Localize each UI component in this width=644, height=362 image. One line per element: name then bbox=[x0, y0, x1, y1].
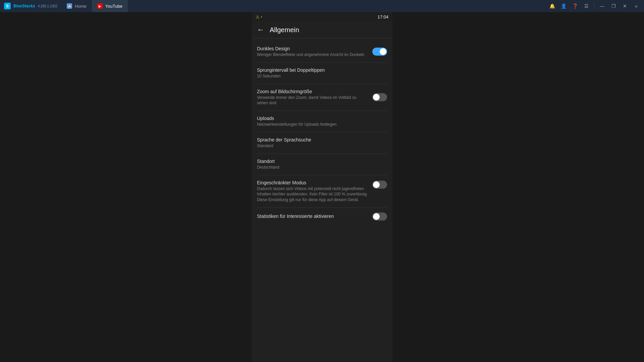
voice-search-lang-label: Sprache der Sprachsuche bbox=[257, 137, 387, 142]
location-text: Standort Deutschland bbox=[257, 159, 387, 170]
bluestacks-name: BlueStacks bbox=[13, 4, 35, 8]
jump-interval-label: Sprungintervall bei Doppeltippen bbox=[257, 67, 387, 73]
bluestacks-icon: B bbox=[4, 3, 11, 9]
titlebar-controls: 🔔 👤 ❓ ☰ — ❐ ✕ » bbox=[547, 2, 644, 10]
settings-header: ← Allgemein bbox=[252, 21, 392, 39]
jump-interval-text: Sprungintervall bei Doppeltippen 10 Seku… bbox=[257, 67, 387, 79]
uploads-item[interactable]: Uploads Netzwerkeinstellungen für Upload… bbox=[252, 111, 392, 132]
back-button[interactable]: ← bbox=[257, 25, 264, 34]
help-button[interactable]: ❓ bbox=[570, 2, 580, 10]
minimize-button[interactable]: — bbox=[597, 2, 607, 10]
settings-list: Dunkles Design Weniger Blendeffekte und … bbox=[252, 39, 392, 228]
zoom-label: Zoom auf Bildschirmgröße bbox=[257, 89, 368, 94]
voice-search-lang-item[interactable]: Sprache der Sprachsuche Standard bbox=[252, 132, 392, 154]
location-item[interactable]: Standort Deutschland bbox=[252, 154, 392, 175]
jump-interval-item[interactable]: Sprungintervall bei Doppeltippen 10 Seku… bbox=[252, 63, 392, 84]
stats-label: Statistiken für Interessierte aktivieren bbox=[257, 214, 368, 219]
stats-item[interactable]: Statistiken für Interessierte aktivieren bbox=[252, 208, 392, 225]
notification-button[interactable]: 🔔 bbox=[547, 2, 557, 10]
restricted-mode-toggle-knob bbox=[373, 181, 380, 188]
dark-mode-label: Dunkles Design bbox=[257, 46, 368, 51]
zoom-text: Zoom auf Bildschirmgröße Verwende immer … bbox=[257, 89, 368, 106]
dark-mode-text: Dunkles Design Weniger Blendeffekte und … bbox=[257, 46, 368, 58]
zoom-toggle-knob bbox=[373, 94, 380, 101]
warning-icon: ⚠ bbox=[256, 14, 260, 19]
location-desc: Deutschland bbox=[257, 165, 387, 170]
uploads-text: Uploads Netzwerkeinstellungen für Upload… bbox=[257, 116, 387, 127]
zoom-toggle[interactable] bbox=[372, 93, 387, 101]
restricted-mode-desc: Dadurch lassen sich Videos mit potenziel… bbox=[257, 186, 368, 203]
titlebar: B BlueStacks 4.280.1.1002 🏠 Home ▶ YouTu… bbox=[0, 0, 644, 12]
tab-youtube[interactable]: ▶ YouTube bbox=[92, 0, 128, 12]
voice-search-lang-text: Sprache der Sprachsuche Standard bbox=[257, 137, 387, 149]
settings-page: ← Allgemein Dunkles Design Weniger Blend… bbox=[252, 21, 392, 362]
tab-youtube-label: YouTube bbox=[105, 4, 122, 9]
status-time: 17:04 bbox=[377, 14, 388, 19]
home-tab-icon: 🏠 bbox=[67, 3, 72, 9]
uploads-label: Uploads bbox=[257, 116, 387, 121]
bluestacks-logo: B BlueStacks 4.280.1.1002 bbox=[0, 0, 61, 12]
account-button[interactable]: 👤 bbox=[558, 2, 569, 10]
titlebar-tabs: 🏠 Home ▶ YouTube bbox=[61, 0, 128, 12]
dark-mode-toggle-knob bbox=[380, 48, 386, 55]
close-button[interactable]: ✕ bbox=[620, 2, 630, 10]
content-area: ← Allgemein Dunkles Design Weniger Blend… bbox=[252, 21, 392, 362]
zoom-desc: Verwende immer den Zoom, damit Videos im… bbox=[257, 95, 368, 106]
restricted-mode-text: Eingeschränkter Modus Dadurch lassen sic… bbox=[257, 180, 368, 203]
dark-mode-toggle[interactable] bbox=[372, 48, 387, 56]
restricted-mode-label: Eingeschränkter Modus bbox=[257, 180, 368, 185]
restricted-mode-item[interactable]: Eingeschränkter Modus Dadurch lassen sic… bbox=[252, 175, 392, 207]
phone-frame: ⚠ ▪ 17:04 ← Allgemein Dunkles Design Wen… bbox=[252, 12, 392, 362]
tab-home-label: Home bbox=[75, 4, 87, 9]
restore-button[interactable]: ❐ bbox=[608, 2, 619, 10]
status-bar: ⚠ ▪ 17:04 bbox=[252, 12, 392, 21]
stats-toggle[interactable] bbox=[372, 213, 387, 221]
youtube-tab-icon: ▶ bbox=[97, 3, 103, 9]
settings-page-title: Allgemein bbox=[270, 26, 299, 34]
jump-interval-desc: 10 Sekunden bbox=[257, 73, 387, 79]
bluestacks-version: 4.280.1.1002 bbox=[38, 4, 57, 8]
dark-mode-item[interactable]: Dunkles Design Weniger Blendeffekte und … bbox=[252, 41, 392, 62]
expand-button[interactable]: » bbox=[631, 2, 641, 10]
tab-home[interactable]: 🏠 Home bbox=[61, 0, 92, 12]
battery-icon: ▪ bbox=[261, 15, 262, 19]
stats-text: Statistiken für Interessierte aktivieren bbox=[257, 214, 368, 220]
stats-toggle-knob bbox=[373, 213, 380, 220]
location-label: Standort bbox=[257, 159, 387, 164]
zoom-item[interactable]: Zoom auf Bildschirmgröße Verwende immer … bbox=[252, 84, 392, 111]
menu-button[interactable]: ☰ bbox=[581, 2, 591, 10]
restricted-mode-toggle[interactable] bbox=[372, 181, 387, 189]
uploads-desc: Netzwerkeinstellungen für Uploads festle… bbox=[257, 122, 387, 127]
voice-search-lang-desc: Standard bbox=[257, 143, 387, 149]
dark-mode-desc: Weniger Blendeffekte und angenehmere Ans… bbox=[257, 52, 368, 58]
